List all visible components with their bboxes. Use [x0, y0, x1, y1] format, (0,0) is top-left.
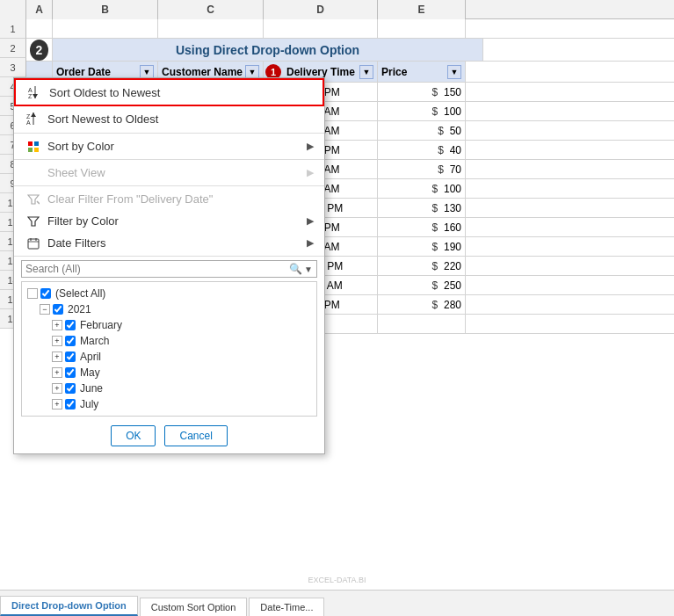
cell-e4: $ 150 [378, 83, 466, 101]
tree-toggle-root[interactable] [27, 288, 38, 299]
checkbox-mar-label: March [80, 335, 109, 347]
divider-4 [14, 256, 324, 257]
cell-a2: 2 [26, 39, 53, 61]
checkbox-may-label: May [80, 366, 100, 379]
menu-sort-by-color-label: Sort by Color [47, 140, 114, 153]
tree-toggle-2021[interactable]: − [40, 304, 50, 315]
grid-row-1 [26, 19, 674, 39]
checkbox-2021-input[interactable] [53, 304, 63, 315]
svg-marker-3 [33, 94, 38, 98]
menu-filter-by-color[interactable]: Filter by Color ▶ [14, 210, 324, 232]
spreadsheet: A B C D E 1 2 3 4 5 6 7 8 9 10 11 12 13 … [0, 0, 674, 616]
checkbox-jun-label: June [80, 382, 103, 395]
divider-1 [14, 133, 324, 134]
col-header-b: B [53, 0, 158, 19]
tree-toggle-apr[interactable]: + [52, 351, 62, 362]
checkbox-apr-label: April [80, 351, 101, 363]
checkbox-apr[interactable]: + April [50, 349, 313, 365]
checkbox-jun-input[interactable] [65, 383, 76, 394]
sheet-tab-1[interactable]: Custom Sort Option [140, 598, 248, 616]
filter-btn-e[interactable]: ▼ [447, 65, 461, 79]
svg-marker-12 [28, 195, 39, 204]
menu-clear-filter-label: Clear Filter From "Delivery Date" [47, 192, 213, 206]
badge-2: 2 [30, 40, 48, 61]
checkbox-jul[interactable]: + July [50, 396, 313, 412]
cancel-button[interactable]: Cancel [164, 425, 227, 446]
divider-2 [14, 159, 324, 160]
filter-btn-d[interactable]: ▼ [359, 65, 373, 79]
cell-d1 [264, 19, 378, 38]
checkbox-2021[interactable]: − 2021 [38, 301, 313, 317]
filter-by-color-arrow: ▶ [307, 215, 314, 227]
tree-toggle-feb[interactable]: + [52, 320, 62, 330]
svg-rect-15 [28, 239, 39, 249]
checkbox-feb-input[interactable] [65, 320, 76, 330]
divider-3 [14, 185, 324, 186]
col-header-c: C [158, 0, 264, 19]
cell-e3: Price ▼ [378, 62, 466, 82]
row-num-3: 3 [0, 58, 26, 77]
checkbox-mar-input[interactable] [65, 336, 76, 346]
search-dropdown-icon[interactable]: ▼ [304, 265, 313, 274]
menu-sort-newest[interactable]: Z A Sort Newest to Oldest [14, 106, 324, 131]
sheet-view-arrow: ▶ [307, 167, 314, 178]
col-header-d: D [264, 0, 378, 19]
checkbox-jul-input[interactable] [65, 399, 76, 409]
date-filters-arrow: ▶ [307, 237, 314, 249]
tree-toggle-jun[interactable]: + [52, 383, 62, 394]
color-sort-icon [25, 141, 42, 153]
menu-filter-by-color-label: Filter by Color [47, 214, 119, 228]
search-box[interactable]: 🔍 ▼ [21, 260, 317, 278]
tree-toggle-mar[interactable]: + [52, 336, 62, 346]
page-title: Using Direct Drop-down Option [56, 43, 479, 57]
cell-e1 [378, 19, 466, 38]
checkbox-select-all-input[interactable] [40, 288, 51, 299]
dropdown-menu: A Z Sort Oldest to Newest Z A Sort Newes… [13, 77, 325, 454]
date-filters-icon [25, 237, 42, 250]
corner-cell [0, 0, 26, 19]
sheet-tabs: Direct Drop-down Option Custom Sort Opti… [0, 590, 674, 616]
grid-row-2: 2 Using Direct Drop-down Option [26, 39, 674, 62]
search-input[interactable] [25, 263, 289, 275]
checkbox-may[interactable]: + May [50, 365, 313, 380]
sheet-tab-0[interactable]: Direct Drop-down Option [0, 596, 138, 616]
tree-toggle-may[interactable]: + [52, 367, 62, 378]
sort-za-icon: Z A [25, 111, 42, 127]
menu-sheet-view[interactable]: Sheet View ▶ [14, 162, 324, 184]
menu-sheet-view-label: Sheet View [47, 166, 105, 179]
menu-sort-newest-label: Sort Newest to Oldest [47, 112, 158, 126]
checkbox-apr-input[interactable] [65, 351, 76, 362]
checkbox-jul-label: July [80, 398, 98, 410]
tree-toggle-jul[interactable]: + [52, 399, 62, 409]
cell-a1 [26, 19, 53, 38]
svg-rect-9 [34, 141, 39, 146]
checkbox-mar[interactable]: + March [50, 333, 313, 349]
col-header-a: A [26, 0, 53, 19]
cell-b1 [53, 19, 158, 38]
col-e-header-label: Price [381, 66, 407, 78]
menu-clear-filter[interactable]: Clear Filter From "Delivery Date" [14, 188, 324, 210]
checkbox-select-all-label: (Select All) [55, 287, 105, 300]
ok-button[interactable]: OK [111, 425, 156, 446]
dialog-buttons: OK Cancel [14, 418, 324, 453]
col-header-row: A B C D E [0, 0, 674, 19]
menu-sort-by-color[interactable]: Sort by Color ▶ [14, 135, 324, 157]
checkbox-2021-label: 2021 [68, 303, 91, 315]
col-c-header-label: Customer Name [162, 66, 243, 78]
svg-rect-10 [28, 148, 33, 152]
checkbox-select-all[interactable]: (Select All) [25, 286, 313, 301]
checkbox-list: (Select All) − 2021 + February + March + [21, 281, 317, 417]
checkbox-jun[interactable]: + June [50, 380, 313, 396]
menu-sort-oldest-label: Sort Oldest to Newest [49, 86, 160, 99]
sheet-tab-2[interactable]: Date-Time... [249, 598, 324, 616]
menu-date-filters[interactable]: Date Filters ▶ [14, 232, 324, 254]
svg-rect-8 [28, 141, 33, 146]
clear-filter-icon [25, 193, 42, 206]
menu-sort-oldest[interactable]: A Z Sort Oldest to Newest [14, 78, 324, 106]
row-num-1: 1 [0, 19, 26, 39]
checkbox-feb-label: February [80, 319, 122, 331]
sort-by-color-arrow: ▶ [307, 141, 314, 152]
checkbox-feb[interactable]: + February [50, 317, 313, 333]
checkbox-may-input[interactable] [65, 367, 76, 378]
title-cell: Using Direct Drop-down Option [53, 39, 483, 61]
